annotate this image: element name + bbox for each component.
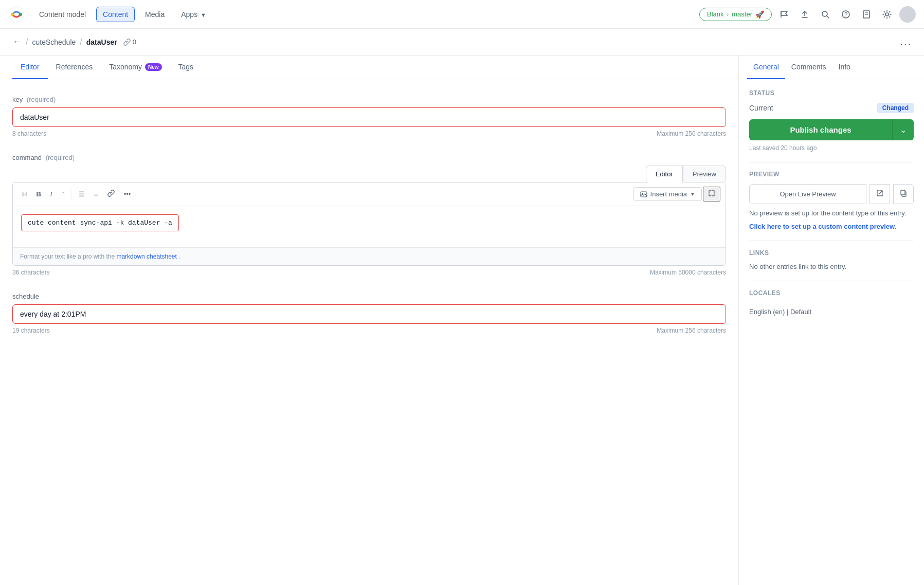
book-icon-btn[interactable] (858, 6, 875, 23)
tab-taxonomy[interactable]: Taxonomy New (101, 56, 170, 79)
svg-text:?: ? (844, 11, 847, 17)
breadcrumb-parent[interactable]: cuteSchedule (32, 38, 76, 46)
toolbar-bold-btn[interactable]: B (32, 188, 45, 200)
locales-section-label: Locales (749, 289, 914, 297)
main-layout: Editor References Taxonomy New Tags key … (0, 56, 924, 585)
top-nav: Content model Content Media Apps ▼ Blank… (0, 0, 924, 29)
breadcrumb-current: dataUser (86, 38, 117, 46)
publish-dropdown-btn[interactable]: ⌄ (892, 119, 914, 140)
svg-point-1 (11, 13, 14, 16)
right-tab-comments[interactable]: Comments (785, 56, 832, 79)
divider1 (749, 162, 914, 162)
branch-selector[interactable]: Blank › master 🚀 (699, 8, 772, 21)
command-field-group: command (required) Editor Preview H B I … (12, 154, 726, 276)
preview-section-label: Preview (749, 171, 914, 178)
external-link-icon (876, 190, 883, 197)
branch-rocket-icon: 🚀 (755, 10, 764, 19)
settings-icon-btn[interactable] (879, 6, 895, 23)
breadcrumb-sep: / (26, 38, 28, 47)
preview-section: Preview Open Live Preview No preview is … (749, 171, 914, 230)
editor-mode-tabs: Editor Preview (12, 166, 726, 182)
locale-item[interactable]: English (en) | Default (749, 303, 914, 321)
toolbar-link-btn[interactable] (103, 188, 119, 200)
svg-rect-15 (901, 190, 905, 195)
branch-arrow: › (727, 11, 729, 17)
editor-toolbar: H B I " ☰ ≡ ••• Ins (13, 182, 726, 206)
editor-footer: Format your text like a pro with the mar… (13, 247, 726, 265)
custom-preview-link[interactable]: Click here to set up a custom content pr… (749, 223, 914, 230)
apps-chevron-icon: ▼ (201, 12, 206, 18)
right-panel: General Comments Info Status Current Cha… (739, 56, 924, 585)
ref-badge[interactable]: 0 (123, 38, 136, 46)
more-menu-btn[interactable]: ... (900, 36, 912, 48)
nav-content[interactable]: Content (96, 7, 135, 22)
right-tabs: General Comments Info (739, 56, 924, 79)
preview-mode-tab[interactable]: Preview (683, 166, 726, 182)
help-icon-btn[interactable]: ? (838, 6, 854, 23)
links-section: Links No other entries link to this entr… (749, 249, 914, 270)
status-row: Current Changed (749, 103, 914, 113)
svg-point-2 (19, 13, 22, 16)
link-icon (123, 39, 131, 46)
links-section-label: Links (749, 249, 914, 257)
command-code-block: cute content sync-api -k dataUser -a (21, 214, 179, 231)
command-label: command (required) (12, 154, 726, 161)
insert-media-chevron: ▼ (690, 191, 695, 197)
links-note-text: No other entries link to this entry. (749, 263, 914, 270)
insert-media-btn[interactable]: Insert media ▼ (633, 187, 702, 201)
right-tab-info[interactable]: Info (832, 56, 857, 79)
content-area: key (required) 8 characters Maximum 256 … (0, 79, 738, 585)
open-live-preview-btn[interactable]: Open Live Preview (749, 184, 866, 204)
toolbar-h-btn[interactable]: H (18, 188, 31, 200)
key-label: key (required) (12, 96, 726, 103)
toolbar-more-btn[interactable]: ••• (120, 188, 135, 200)
right-content: Status Current Changed Publish changes ⌄… (739, 79, 924, 585)
divider3 (749, 281, 914, 281)
schedule-meta: 19 characters Maximum 256 characters (12, 327, 726, 334)
flag-icon-btn[interactable] (776, 6, 792, 23)
image-icon (640, 191, 647, 198)
new-badge: New (145, 63, 162, 71)
current-label: Current (749, 104, 773, 112)
nav-media[interactable]: Media (139, 7, 171, 22)
preview-note-text: No preview is set up for the content typ… (749, 208, 914, 218)
editor-body[interactable]: cute content sync-api -k dataUser -a (13, 206, 726, 247)
command-meta: 36 characters Maximum 50000 characters (12, 269, 726, 276)
locales-section: Locales English (en) | Default (749, 289, 914, 321)
markdown-cheatsheet-link[interactable]: markdown cheatsheet (116, 253, 176, 260)
schedule-input[interactable] (12, 304, 726, 324)
key-input[interactable] (12, 107, 726, 127)
upload-icon-btn[interactable] (796, 6, 813, 23)
open-preview-row: Open Live Preview (749, 184, 914, 204)
schedule-label: schedule (12, 292, 726, 300)
logo[interactable] (8, 6, 25, 23)
breadcrumb-back-btn[interactable]: ← (12, 36, 22, 47)
nav-apps[interactable]: Apps ▼ (175, 7, 212, 22)
toolbar-ol-btn[interactable]: ≡ (90, 188, 102, 200)
toolbar-italic-btn[interactable]: I (46, 188, 57, 200)
tab-tags[interactable]: Tags (170, 56, 202, 79)
divider2 (749, 241, 914, 241)
external-link-icon-btn[interactable] (869, 184, 890, 204)
avatar[interactable] (899, 6, 916, 23)
expand-btn[interactable] (703, 187, 720, 202)
breadcrumb-bar: ← / cuteSchedule / dataUser 0 ... (0, 29, 924, 56)
publish-changes-btn[interactable]: Publish changes (749, 119, 892, 140)
toolbar-ul-btn[interactable]: ☰ (75, 188, 89, 200)
svg-line-5 (827, 16, 829, 18)
toolbar-quote-btn[interactable]: " (57, 188, 68, 200)
rich-text-editor: H B I " ☰ ≡ ••• Ins (12, 182, 726, 266)
right-tab-general[interactable]: General (747, 56, 785, 79)
copy-link-icon-btn[interactable] (893, 184, 914, 204)
tab-references[interactable]: References (48, 56, 101, 79)
editor-mode-tab[interactable]: Editor (646, 166, 683, 182)
toolbar-sep1 (71, 190, 71, 199)
key-meta: 8 characters Maximum 256 characters (12, 130, 726, 137)
status-badge: Changed (877, 103, 914, 113)
left-panel: Editor References Taxonomy New Tags key … (0, 56, 739, 585)
key-field-group: key (required) 8 characters Maximum 256 … (12, 96, 726, 137)
nav-content-model[interactable]: Content model (33, 7, 92, 22)
tab-editor[interactable]: Editor (12, 56, 48, 79)
search-icon-btn[interactable] (817, 6, 834, 23)
svg-point-11 (885, 13, 889, 16)
